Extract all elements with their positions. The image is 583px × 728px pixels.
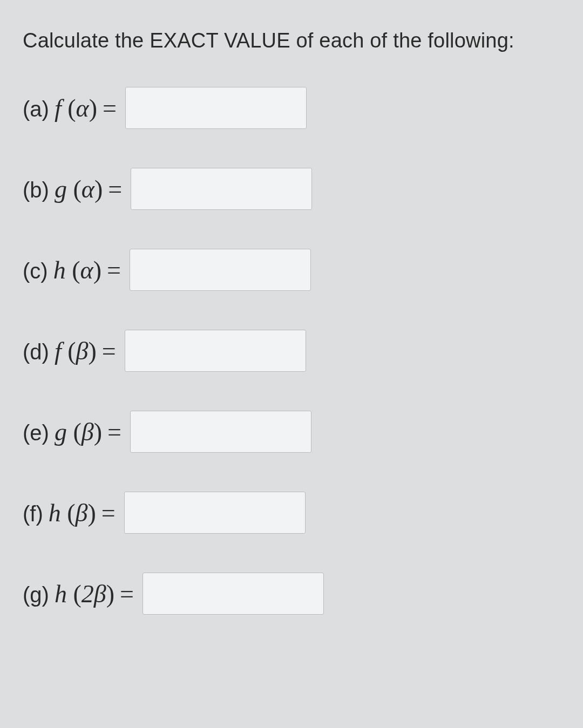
function-name: h <box>49 499 61 527</box>
open-paren: ( <box>67 175 82 203</box>
function-name: f <box>55 337 62 365</box>
equals-sign: = <box>108 175 122 203</box>
argument: β <box>76 337 89 365</box>
question-row-e: (e) g ( β ) = <box>23 411 560 453</box>
question-label-b: (b) g ( α ) = <box>23 175 124 203</box>
close-paren: ) <box>89 94 97 123</box>
argument: α <box>82 175 94 203</box>
question-label-a: (a) f ( α ) = <box>23 94 119 123</box>
part-letter: (e) <box>23 421 49 445</box>
question-label-e: (e) g ( β ) = <box>23 418 124 446</box>
argument: β <box>76 499 88 527</box>
question-row-d: (d) f ( β ) = <box>23 330 560 372</box>
function-name: g <box>55 418 67 446</box>
part-letter: (d) <box>23 340 49 364</box>
question-row-c: (c) h ( α ) = <box>23 249 560 291</box>
open-paren: ( <box>67 580 82 608</box>
answer-input-a[interactable] <box>125 87 307 129</box>
argument: β <box>82 418 94 446</box>
worksheet-page: Calculate the EXACT VALUE of each of the… <box>0 0 583 615</box>
equals-sign: = <box>103 94 117 123</box>
close-paren: ) <box>88 337 96 365</box>
question-row-g: (g) h ( 2β ) = <box>23 573 560 615</box>
part-letter: (a) <box>23 97 49 121</box>
question-label-f: (f) h ( β ) = <box>23 499 118 527</box>
argument: α <box>76 94 89 123</box>
close-paren: ) <box>93 256 101 284</box>
equals-sign: = <box>102 337 116 365</box>
answer-input-g[interactable] <box>143 573 324 615</box>
part-letter: (f) <box>23 502 43 526</box>
question-label-d: (d) f ( β ) = <box>23 337 118 365</box>
close-paren: ) <box>106 580 114 608</box>
equals-sign: = <box>107 418 121 446</box>
part-letter: (b) <box>23 178 49 202</box>
close-paren: ) <box>94 175 103 203</box>
function-name: h <box>53 256 66 284</box>
answer-input-e[interactable] <box>130 411 311 453</box>
equals-sign: = <box>101 499 116 527</box>
open-paren: ( <box>66 256 80 284</box>
question-label-g: (g) h ( 2β ) = <box>23 580 136 608</box>
open-paren: ( <box>62 337 76 365</box>
question-row-f: (f) h ( β ) = <box>23 492 560 534</box>
argument: 2β <box>82 580 106 608</box>
close-paren: ) <box>88 499 96 527</box>
part-letter: (g) <box>23 583 49 607</box>
answer-input-f[interactable] <box>124 492 306 534</box>
function-name: h <box>55 580 67 608</box>
function-name: f <box>55 94 62 123</box>
equals-sign: = <box>120 580 134 608</box>
question-row-a: (a) f ( α ) = <box>23 87 560 129</box>
function-name: g <box>55 175 67 203</box>
question-row-b: (b) g ( α ) = <box>23 168 560 210</box>
open-paren: ( <box>61 499 76 527</box>
open-paren: ( <box>62 94 76 123</box>
answer-input-b[interactable] <box>131 168 312 210</box>
question-label-c: (c) h ( α ) = <box>23 256 123 284</box>
equals-sign: = <box>107 256 121 284</box>
argument: α <box>80 256 93 284</box>
close-paren: ) <box>94 418 102 446</box>
part-letter: (c) <box>23 259 48 283</box>
answer-input-c[interactable] <box>130 249 311 291</box>
open-paren: ( <box>67 418 82 446</box>
prompt-text: Calculate the EXACT VALUE of each of the… <box>23 27 560 55</box>
answer-input-d[interactable] <box>125 330 306 372</box>
